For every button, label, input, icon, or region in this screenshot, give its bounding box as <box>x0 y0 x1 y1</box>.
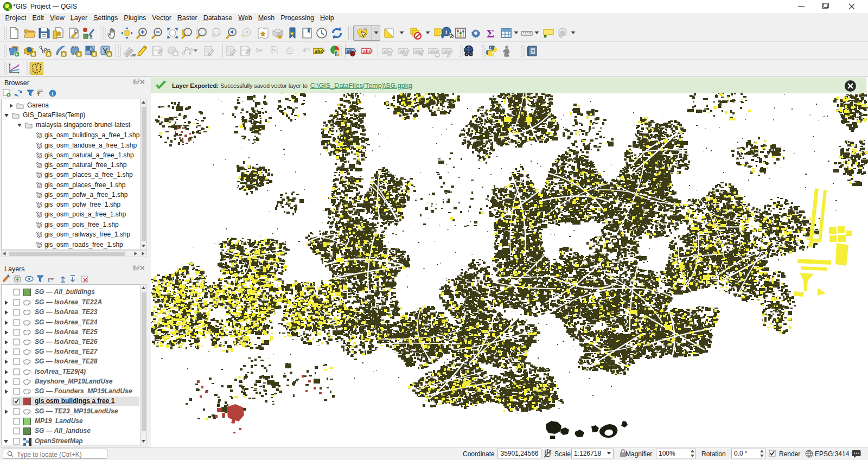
svg-text:Σ: Σ <box>487 27 494 40</box>
svg-text:ε: ε <box>48 276 50 283</box>
svg-text:abc: abc <box>363 49 372 54</box>
svg-text:a: a <box>90 34 93 40</box>
svg-text:?: ? <box>532 49 535 54</box>
svg-text:i: i <box>445 28 447 35</box>
svg-text:abc: abc <box>315 49 323 54</box>
svg-text:1:1: 1:1 <box>214 30 219 34</box>
